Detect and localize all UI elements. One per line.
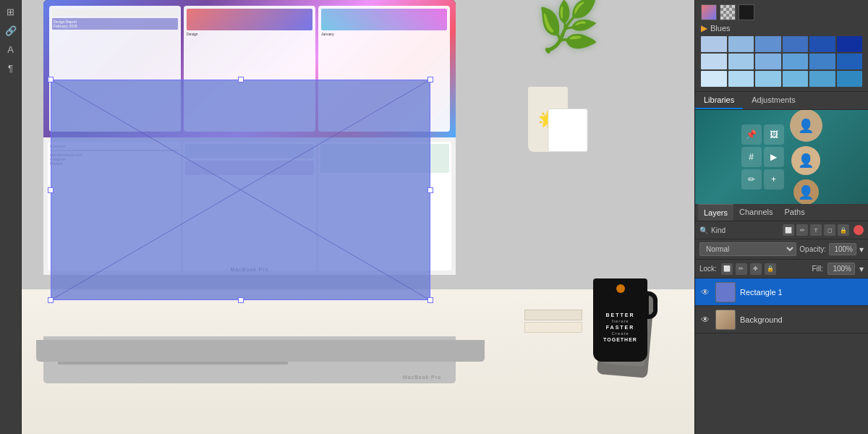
plant-pot xyxy=(548,109,588,152)
tool-type[interactable]: A xyxy=(2,41,20,58)
selection-x-lines xyxy=(51,80,430,300)
handle-middle-right[interactable] xyxy=(427,187,433,193)
lib-icon-image: 🖼 xyxy=(764,124,784,145)
handle-top-left[interactable] xyxy=(48,77,54,82)
blue-swatch-item[interactable] xyxy=(783,36,809,52)
folder-icon: ▶ xyxy=(701,23,707,33)
handle-middle-left[interactable] xyxy=(48,187,54,193)
avatar-1: 👤 xyxy=(790,110,822,142)
tab-libraries[interactable]: Libraries xyxy=(695,92,743,109)
layer-filter-row: 🔍 Kind ⬜ ✏ T ◻ 🔒 xyxy=(695,221,868,239)
library-avatars: 👤 👤 👤 xyxy=(790,110,822,204)
filter-pixel-icon[interactable]: ⬜ xyxy=(783,224,794,236)
search-icon: 🔍 xyxy=(699,226,708,234)
blue-swatch-item[interactable] xyxy=(701,36,727,52)
mug-handle xyxy=(644,292,658,319)
filter-smart-icon[interactable]: 🔒 xyxy=(838,224,849,236)
filter-type-icon[interactable]: T xyxy=(810,224,822,236)
rectangle-1-layer[interactable] xyxy=(51,80,430,300)
blue-swatch-item[interactable] xyxy=(837,71,863,87)
filter-toggle-dot[interactable] xyxy=(854,225,864,235)
lock-transparent-icon[interactable]: ⬜ xyxy=(721,263,733,275)
layer-item-background[interactable]: 👁 Background xyxy=(695,306,868,333)
fill-input[interactable] xyxy=(827,263,855,275)
lib-icon-play: ▶ xyxy=(764,147,784,167)
blend-opacity-row: Normal Opacity: ▾ xyxy=(695,239,868,260)
filter-shape-icon[interactable]: ◻ xyxy=(824,224,835,236)
mug-text-faster: FASTER xyxy=(606,325,635,330)
blue-swatch-item[interactable] xyxy=(701,71,727,87)
blue-swatch-item[interactable] xyxy=(755,54,781,69)
mug-logo-dot xyxy=(616,284,625,293)
canvas-area: Design ReportFebruary 2018 Design Januar… xyxy=(22,0,694,434)
eye-button-rectangle1[interactable]: 👁 xyxy=(699,286,711,298)
handle-top-right[interactable] xyxy=(427,77,433,82)
blue-swatch-item[interactable] xyxy=(783,71,809,87)
blues-group-header[interactable]: ▶ Blues xyxy=(701,23,862,33)
tab-channels[interactable]: Channels xyxy=(733,204,778,221)
handle-bottom-middle[interactable] xyxy=(238,297,244,303)
blue-swatch-item[interactable] xyxy=(809,54,835,69)
tab-adjustments[interactable]: Adjustments xyxy=(743,92,804,109)
lock-paint-icon[interactable]: ✏ xyxy=(736,263,747,275)
avatar-3: 👤 xyxy=(793,179,819,204)
blues-label: Blues xyxy=(710,24,731,33)
handle-top-middle[interactable] xyxy=(238,77,244,82)
mug-text-create: Create xyxy=(611,331,629,336)
handle-bottom-left[interactable] xyxy=(48,297,54,303)
blue-swatch-item[interactable] xyxy=(728,71,754,87)
layers-list: 👁 Rectangle 1 👁 Background xyxy=(695,278,868,434)
tool-link[interactable]: 🔗 xyxy=(2,22,20,39)
libraries-preview: 📌 🖼 # ▶ ✏ + 👤 👤 👤 xyxy=(695,110,868,204)
lock-move-icon[interactable]: ✥ xyxy=(750,263,762,275)
tab-layers[interactable]: Layers xyxy=(698,204,733,221)
blue-swatch-item[interactable] xyxy=(728,36,754,52)
blue-swatch-item[interactable] xyxy=(809,71,835,87)
lib-icon-pencil: ✏ xyxy=(741,169,762,190)
filter-brush-icon[interactable]: ✏ xyxy=(796,224,808,236)
blue-swatch-item[interactable] xyxy=(837,36,863,52)
lock-all-icon[interactable]: 🔒 xyxy=(765,263,776,275)
lock-fill-row: Lock: ⬜ ✏ ✥ 🔒 Fill: ▾ xyxy=(695,260,868,278)
layer-item-rectangle1[interactable]: 👁 Rectangle 1 xyxy=(695,278,868,306)
transparent-swatch[interactable] xyxy=(720,4,736,20)
black-swatch[interactable] xyxy=(739,4,754,20)
tab-paths[interactable]: Paths xyxy=(779,204,811,221)
mug-text-iterate: Iterate xyxy=(611,319,629,323)
blend-mode-select[interactable]: Normal xyxy=(699,242,796,256)
laptop-base xyxy=(36,340,485,362)
tool-arrange[interactable]: ⊞ xyxy=(2,3,20,20)
fill-chevron[interactable]: ▾ xyxy=(859,264,864,274)
canvas-photo-background: Design ReportFebruary 2018 Design Januar… xyxy=(22,0,694,434)
swatches-section: ▶ Blues xyxy=(695,0,868,92)
lib-icon-plus[interactable]: + xyxy=(764,169,784,190)
blue-swatch-item[interactable] xyxy=(755,36,781,52)
lock-label: Lock: xyxy=(699,265,717,273)
eye-button-background[interactable]: 👁 xyxy=(699,314,711,326)
mug-text-together: TOGETHER xyxy=(603,337,637,342)
kind-label: Kind xyxy=(711,226,780,234)
blue-swatch-item[interactable] xyxy=(809,36,835,52)
blue-swatch-item[interactable] xyxy=(728,54,754,69)
handle-bottom-right[interactable] xyxy=(427,297,433,303)
layer-name-rectangle1: Rectangle 1 xyxy=(740,288,864,297)
lib-adj-tabs: Libraries Adjustments xyxy=(695,92,868,110)
opacity-input[interactable] xyxy=(829,243,856,255)
gradient-swatch[interactable] xyxy=(701,4,717,20)
top-swatches-row xyxy=(701,4,862,20)
opacity-chevron[interactable]: ▾ xyxy=(859,244,864,255)
layer-tabs-bar: Layers Channels Paths xyxy=(695,204,868,221)
blue-swatch-item[interactable] xyxy=(701,54,727,69)
blue-swatch-item[interactable] xyxy=(837,54,863,69)
coffee-mug: BETTER Iterate FASTER Create TOGETHER xyxy=(593,278,647,362)
books-stack xyxy=(524,310,582,333)
layer-thumb-background xyxy=(715,310,736,330)
macbook-label-keyboard: MacBook Pro xyxy=(403,375,441,380)
blue-swatch-item[interactable] xyxy=(755,71,781,87)
blue-swatch-item[interactable] xyxy=(783,54,809,69)
mug-text-design: BETTER xyxy=(606,312,635,318)
plant-leaves: 🌿 xyxy=(535,0,600,51)
layer-thumb-rectangle1 xyxy=(715,282,736,302)
tool-paragraph[interactable]: ¶ xyxy=(2,59,20,77)
opacity-label: Opacity: xyxy=(799,245,826,253)
